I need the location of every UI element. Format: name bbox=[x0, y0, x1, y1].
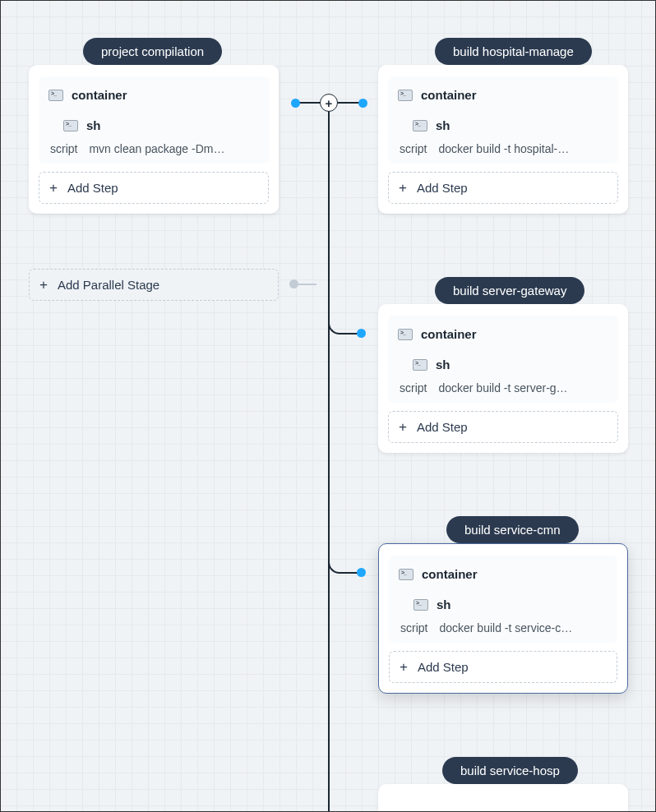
step-script: scriptmvn clean package -Dm… bbox=[49, 142, 259, 155]
plus-icon: + bbox=[399, 420, 407, 434]
terminal-icon bbox=[399, 569, 413, 580]
script-value: docker build -t hospital-… bbox=[438, 142, 569, 155]
plus-icon: + bbox=[49, 181, 58, 195]
terminal-icon bbox=[49, 90, 63, 101]
add-step-label: Add Step bbox=[417, 181, 468, 195]
sh-label: sh bbox=[436, 118, 450, 132]
plus-icon: + bbox=[39, 278, 48, 292]
sh-label: sh bbox=[436, 358, 450, 371]
step-sh: sh bbox=[398, 358, 608, 371]
script-value: mvn clean package -Dm… bbox=[89, 142, 224, 155]
step-container[interactable]: container sh scriptdocker build -t hospi… bbox=[388, 76, 618, 164]
trunk-line bbox=[328, 103, 330, 812]
stage-card-hospital-manage[interactable]: container sh scriptdocker build -t hospi… bbox=[378, 65, 628, 214]
terminal-icon bbox=[63, 120, 78, 131]
connector-dot bbox=[357, 329, 366, 338]
stage-pill-hospital-manage[interactable]: build hospital-manage bbox=[435, 38, 592, 65]
stage-card-service-hosp[interactable] bbox=[378, 784, 628, 812]
plus-icon: + bbox=[400, 660, 408, 674]
add-step-button[interactable]: + Add Step bbox=[388, 172, 618, 204]
add-step-button[interactable]: + Add Step bbox=[39, 172, 269, 204]
add-parallel-label: Add Parallel Stage bbox=[58, 278, 159, 292]
add-stage-node[interactable]: + bbox=[320, 94, 338, 112]
script-key: script bbox=[400, 381, 427, 394]
step-header: container bbox=[399, 567, 607, 581]
container-label: container bbox=[421, 88, 477, 102]
plus-icon: + bbox=[399, 181, 407, 195]
container-label: container bbox=[421, 327, 477, 341]
terminal-icon bbox=[398, 90, 413, 101]
step-script: scriptdocker build -t server-g… bbox=[398, 381, 608, 394]
connector-dot bbox=[291, 99, 300, 108]
connector-dot bbox=[357, 568, 366, 577]
step-sh: sh bbox=[398, 118, 608, 132]
add-step-label: Add Step bbox=[67, 181, 118, 195]
step-header: container bbox=[398, 327, 608, 341]
stage-card-server-gateway[interactable]: container sh scriptdocker build -t serve… bbox=[378, 304, 628, 453]
connector-dot bbox=[358, 99, 367, 108]
stage-card-project-compilation[interactable]: container sh scriptmvn clean package -Dm… bbox=[29, 65, 279, 214]
add-step-label: Add Step bbox=[417, 420, 468, 434]
terminal-icon bbox=[413, 599, 428, 611]
terminal-icon bbox=[413, 359, 427, 371]
stage-pill-service-cmn[interactable]: build service-cmn bbox=[446, 516, 579, 543]
script-value: docker build -t server-g… bbox=[438, 381, 567, 394]
connector-dot-grey bbox=[289, 279, 298, 288]
pipeline-canvas[interactable]: + project compilation container sh scrip… bbox=[1, 1, 655, 811]
script-value: docker build -t service-c… bbox=[439, 621, 572, 634]
step-header: container bbox=[49, 88, 259, 102]
script-key: script bbox=[400, 142, 427, 155]
step-sh: sh bbox=[399, 597, 607, 611]
terminal-icon bbox=[398, 329, 413, 340]
step-container[interactable]: container sh scriptdocker build -t servi… bbox=[389, 556, 617, 643]
script-key: script bbox=[400, 621, 427, 634]
step-container[interactable]: container sh scriptdocker build -t serve… bbox=[388, 316, 618, 403]
stage-card-service-cmn[interactable]: container sh scriptdocker build -t servi… bbox=[378, 543, 628, 694]
step-container[interactable]: container sh scriptmvn clean package -Dm… bbox=[39, 76, 269, 164]
stage-pill-project-compilation[interactable]: project compilation bbox=[83, 38, 222, 65]
step-script: scriptdocker build -t hospital-… bbox=[398, 142, 608, 155]
branch-connector bbox=[328, 313, 361, 334]
step-header: container bbox=[398, 88, 608, 102]
add-step-button[interactable]: + Add Step bbox=[389, 651, 617, 683]
container-label: container bbox=[422, 567, 478, 581]
step-sh: sh bbox=[49, 118, 259, 132]
stage-pill-server-gateway[interactable]: build server-gateway bbox=[435, 277, 584, 304]
sh-label: sh bbox=[437, 597, 451, 611]
branch-connector bbox=[328, 552, 361, 574]
step-script: scriptdocker build -t service-c… bbox=[399, 621, 607, 634]
container-label: container bbox=[72, 88, 127, 102]
add-step-label: Add Step bbox=[418, 660, 469, 674]
stage-pill-service-hosp[interactable]: build service-hosp bbox=[442, 757, 578, 784]
sh-label: sh bbox=[86, 118, 101, 132]
add-step-button[interactable]: + Add Step bbox=[388, 411, 618, 443]
script-key: script bbox=[50, 142, 77, 155]
terminal-icon bbox=[413, 120, 427, 131]
add-parallel-stage-button[interactable]: + Add Parallel Stage bbox=[29, 269, 279, 301]
